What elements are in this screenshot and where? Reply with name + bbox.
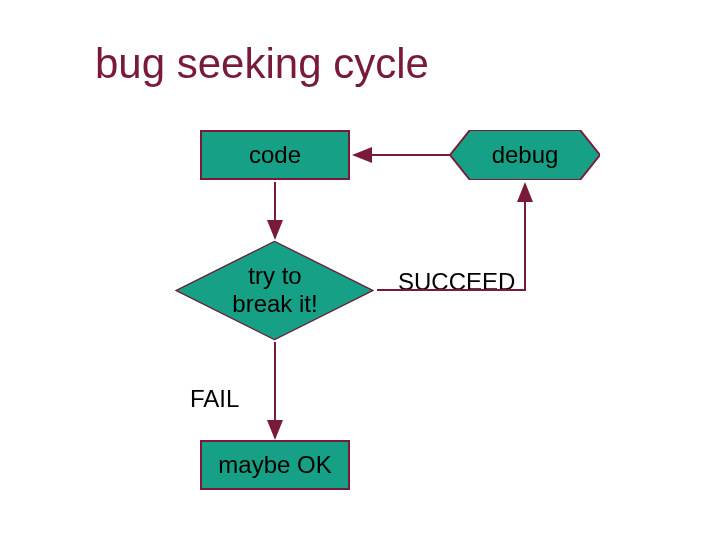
diagram-title: bug seeking cycle: [95, 40, 429, 88]
edge-label-succeed: SUCCEED: [398, 268, 515, 296]
node-maybe-ok: maybe OK: [200, 440, 350, 490]
node-decision-label: try to break it!: [175, 240, 375, 340]
node-maybe-ok-label: maybe OK: [218, 451, 331, 479]
node-code: code: [200, 130, 350, 180]
node-decision: try to break it!: [175, 240, 375, 340]
node-debug-label: debug: [450, 130, 600, 180]
node-debug: debug: [450, 130, 600, 180]
edge-label-fail: FAIL: [190, 385, 239, 413]
node-code-label: code: [249, 141, 301, 169]
